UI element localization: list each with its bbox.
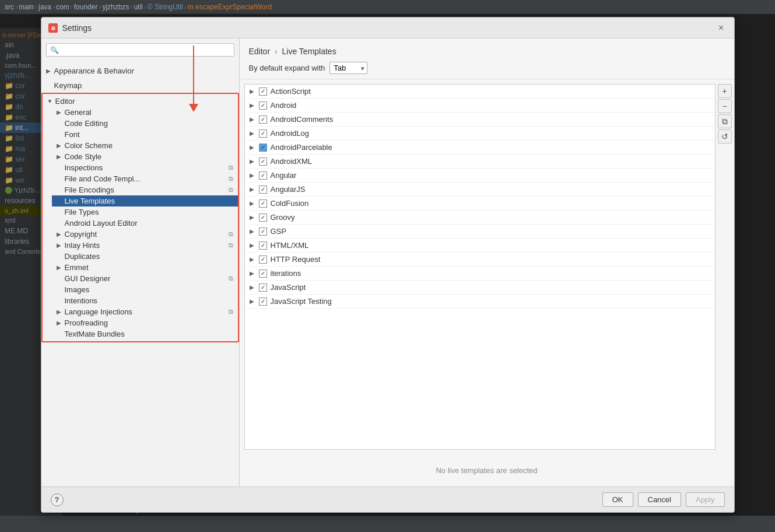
sidebar-label-gui-designer: GUI Designer <box>65 274 111 283</box>
sidebar-item-textmate-bundles[interactable]: TextMate Bundles <box>52 328 238 340</box>
search-box[interactable]: 🔍 <box>46 43 234 57</box>
close-button[interactable]: × <box>716 22 727 34</box>
template-group-coldfusion[interactable]: ▶ ColdFusion <box>245 197 715 211</box>
sidebar-label-copyright: Copyright <box>65 230 97 239</box>
check-icon[interactable] <box>259 186 267 194</box>
check-icon[interactable] <box>259 298 267 306</box>
sidebar-item-file-encodings[interactable]: File Encodings ⧉ <box>52 184 238 195</box>
bc-yjzhzbzs: yjzhzbzs <box>102 3 129 11</box>
add-button[interactable]: + <box>718 84 732 98</box>
sidebar-item-general[interactable]: ▶ General <box>52 107 238 118</box>
copy-icon: ⧉ <box>229 230 233 238</box>
sidebar-label-language-injections: Language Injections <box>65 307 132 316</box>
ok-button[interactable]: OK <box>602 492 633 507</box>
footer-left: ? <box>51 494 598 506</box>
sidebar-item-gui-designer[interactable]: GUI Designer ⧉ <box>52 273 238 284</box>
expand-arrow-icon: ▶ <box>250 284 255 290</box>
template-group-actionscript[interactable]: ▶ ActionScript <box>245 85 715 99</box>
check-icon[interactable] <box>259 130 267 138</box>
dialog-titlebar: ⚙ Settings × <box>41 18 734 38</box>
reset-button[interactable]: ↺ <box>718 130 732 144</box>
check-icon[interactable] <box>259 144 267 152</box>
template-group-android[interactable]: ▶ Android <box>245 99 715 113</box>
template-group-javascript-testing[interactable]: ▶ JavaScript Testing <box>245 295 715 309</box>
dialog-overlay: ⚙ Settings × 🔍 <box>0 14 775 516</box>
group-name: AndroidLog <box>271 129 310 138</box>
copy-icon: ⧉ <box>229 186 233 194</box>
template-group-angularjs[interactable]: ▶ AngularJS <box>245 183 715 197</box>
sidebar-item-emmet[interactable]: ▶ Emmet <box>52 262 238 273</box>
remove-button[interactable]: − <box>718 99 732 113</box>
check-icon[interactable] <box>259 242 267 250</box>
search-input[interactable] <box>61 46 230 54</box>
template-list: ▶ ActionScript ▶ Android <box>245 85 715 309</box>
sidebar-label-emmet: Emmet <box>65 263 89 272</box>
sidebar-item-color-scheme[interactable]: ▶ Color Scheme <box>52 140 238 151</box>
sidebar-label-appearance: Appearance & Behavior <box>54 66 134 75</box>
sidebar-item-code-style[interactable]: ▶ Code Style <box>52 151 238 162</box>
template-group-groovy[interactable]: ▶ Groovy <box>245 211 715 225</box>
sidebar-item-copyright[interactable]: ▶ Copyright ⧉ <box>52 229 238 240</box>
sidebar-item-android-layout-editor[interactable]: Android Layout Editor <box>52 218 238 229</box>
check-icon[interactable] <box>259 102 267 110</box>
template-group-androidxml[interactable]: ▶ AndroidXML <box>245 155 715 169</box>
expand-select-wrapper[interactable]: Tab Enter Space <box>329 62 367 74</box>
template-group-httprequest[interactable]: ▶ HTTP Request <box>245 253 715 267</box>
sidebar-label-keymap: Keymap <box>54 81 82 90</box>
check-icon[interactable] <box>259 116 267 124</box>
sidebar-item-file-types[interactable]: File Types <box>52 206 238 218</box>
template-list-container[interactable]: ▶ ActionScript ▶ Android <box>244 84 716 450</box>
sidebar-item-language-injections[interactable]: ▶ Language Injections ⧉ <box>52 306 238 317</box>
sidebar-item-font[interactable]: Font <box>52 129 238 140</box>
expand-arrow-icon: ▶ <box>57 242 62 249</box>
expand-select[interactable]: Tab Enter Space <box>329 62 367 74</box>
group-name: AndroidParcelable <box>271 143 332 152</box>
template-group-androidlog[interactable]: ▶ AndroidLog <box>245 127 715 141</box>
check-icon[interactable] <box>259 158 267 166</box>
sidebar-label-file-code-templates: File and Code Templ... <box>65 174 141 183</box>
status-bar <box>0 516 775 532</box>
expand-arrow-icon: ▶ <box>250 214 255 220</box>
sidebar-item-proofreading[interactable]: ▶ Proofreading <box>52 317 238 328</box>
check-icon[interactable] <box>259 256 267 264</box>
sidebar-item-live-templates[interactable]: Live Templates <box>52 195 238 206</box>
copy-button[interactable]: ⧉ <box>718 114 732 128</box>
apply-button[interactable]: Apply <box>686 492 725 507</box>
sidebar-item-images[interactable]: Images <box>52 284 238 295</box>
sidebar-item-intentions[interactable]: Intentions <box>52 295 238 306</box>
sidebar-label-android-layout-editor: Android Layout Editor <box>65 219 138 228</box>
group-name: GSP <box>271 227 286 236</box>
check-icon[interactable] <box>259 172 267 180</box>
bc-live-templates: Live Templates <box>282 47 336 56</box>
expand-arrow-icon: ▶ <box>250 88 255 94</box>
template-group-htmlxml[interactable]: ▶ HTML/XML <box>245 239 715 253</box>
sidebar-item-appearance[interactable]: ▶ Appearance & Behavior <box>41 65 239 76</box>
cancel-button[interactable]: Cancel <box>638 492 681 507</box>
template-group-iterations[interactable]: ▶ iterations <box>245 267 715 281</box>
help-button[interactable]: ? <box>51 494 64 506</box>
templates-area: ▶ ActionScript ▶ Android <box>240 79 734 454</box>
check-icon[interactable] <box>259 88 267 96</box>
sidebar-item-file-code-templates[interactable]: File and Code Templ... ⧉ <box>52 173 238 184</box>
template-group-androidcomments[interactable]: ▶ AndroidComments <box>245 113 715 127</box>
sidebar-item-editor[interactable]: ▼ Editor <box>43 96 238 107</box>
template-group-javascript[interactable]: ▶ JavaScript <box>245 281 715 295</box>
expand-arrow-icon: ▶ <box>46 68 52 74</box>
sidebar-item-code-editing[interactable]: Code Editing <box>52 118 238 129</box>
sidebar-item-duplicates[interactable]: Duplicates <box>52 251 238 262</box>
check-icon[interactable] <box>259 228 267 236</box>
template-group-angular[interactable]: ▶ Angular <box>245 169 715 183</box>
sidebar-item-keymap[interactable]: Keymap <box>41 80 239 91</box>
sidebar-tree[interactable]: ▶ Appearance & Behavior Keymap <box>41 61 239 487</box>
group-name: HTTP Request <box>271 255 321 264</box>
sidebar-item-inspections[interactable]: Inspections ⧉ <box>52 162 238 173</box>
bc-founder: founder <box>74 3 98 11</box>
check-icon[interactable] <box>259 284 267 292</box>
sidebar-item-inlay-hints[interactable]: ▶ Inlay Hints ⧉ <box>52 240 238 251</box>
template-group-gsp[interactable]: ▶ GSP <box>245 225 715 239</box>
check-icon[interactable] <box>259 214 267 222</box>
check-icon[interactable] <box>259 270 267 278</box>
template-group-androidparcelable[interactable]: ▶ AndroidParcelable <box>245 141 715 155</box>
check-icon[interactable] <box>259 200 267 208</box>
sidebar-label-inlay-hints: Inlay Hints <box>65 241 100 250</box>
